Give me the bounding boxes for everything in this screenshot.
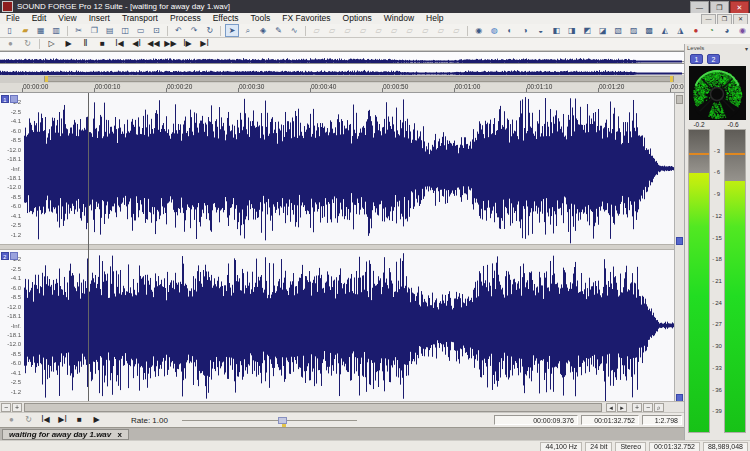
zoom-out-time-button[interactable]: − bbox=[643, 403, 653, 412]
zoom-tool-button[interactable]: ⌕ bbox=[654, 403, 664, 412]
go-to-end-icon[interactable]: ▶Ⅰ bbox=[55, 414, 70, 427]
panel-collapse-icon[interactable]: ▾ bbox=[745, 45, 748, 52]
cursor-position-display[interactable]: 00:00:09.376 bbox=[494, 415, 578, 425]
scroll-left-button[interactable]: ◂ bbox=[606, 403, 616, 412]
loop-playback-icon[interactable]: ↻ bbox=[21, 414, 36, 427]
channel-1-toggle[interactable] bbox=[10, 95, 18, 103]
view-layout-2-icon[interactable]: ◉ bbox=[736, 24, 750, 37]
record-remote-icon[interactable]: ● bbox=[689, 24, 703, 37]
undo-icon[interactable]: ↶ bbox=[172, 24, 186, 37]
undo-history-icon[interactable]: ◩ bbox=[581, 24, 595, 37]
copy-icon[interactable]: ❐ bbox=[87, 24, 101, 37]
channel-2-badge[interactable]: 2 bbox=[1, 252, 9, 260]
paste-icon[interactable]: ▤ bbox=[103, 24, 117, 37]
time-display-icon[interactable]: ▨ bbox=[627, 24, 641, 37]
channel-2-toggle[interactable] bbox=[10, 252, 18, 260]
peak-meter-right[interactable] bbox=[724, 129, 746, 433]
spectrum-analysis-icon[interactable]: ◐ bbox=[503, 24, 517, 37]
menu-process[interactable]: Process bbox=[164, 13, 207, 24]
play-all-icon[interactable]: ▷ bbox=[44, 38, 59, 51]
file-tab[interactable]: waiting for away day 1.wav x bbox=[2, 429, 129, 440]
go-to-end-icon[interactable]: ▶Ⅰ bbox=[197, 38, 212, 51]
script-editor-icon[interactable]: ◮ bbox=[674, 24, 688, 37]
menu-edit[interactable]: Edit bbox=[26, 13, 53, 24]
view-layout-1-icon[interactable]: ◕ bbox=[720, 24, 734, 37]
menu-file[interactable]: File bbox=[0, 13, 26, 24]
redo-icon[interactable]: ↷ bbox=[187, 24, 201, 37]
regions-list-icon[interactable]: ◧ bbox=[549, 24, 563, 37]
save-as-icon[interactable]: ▥ bbox=[50, 24, 64, 37]
menu-view[interactable]: View bbox=[52, 13, 82, 24]
mix-icon[interactable]: ◫ bbox=[119, 24, 133, 37]
overview-bar-thumb[interactable] bbox=[44, 76, 674, 82]
meter-channel-1-button[interactable]: 1 bbox=[690, 54, 703, 64]
zoom-out-button[interactable]: − bbox=[1, 403, 11, 412]
plugin-manager-icon[interactable]: ◭ bbox=[658, 24, 672, 37]
time-ruler[interactable]: 00:00:0000:00:1000:00:2000:00:3000:00:40… bbox=[0, 83, 684, 93]
playback-cursor[interactable] bbox=[88, 93, 89, 401]
meter-channel-2-button[interactable]: 2 bbox=[707, 54, 720, 64]
pencil-tool-icon[interactable]: ✎ bbox=[272, 24, 286, 37]
repeat-icon[interactable]: ↻ bbox=[203, 24, 217, 37]
menu-insert[interactable]: Insert bbox=[83, 13, 116, 24]
rate-slider[interactable] bbox=[182, 416, 357, 425]
cut-icon[interactable]: ✂ bbox=[72, 24, 86, 37]
envelope-tool-icon[interactable]: ∿ bbox=[287, 24, 301, 37]
horizontal-scrollbar-thumb[interactable] bbox=[24, 403, 602, 412]
selection-length-display[interactable]: 1:2.798 bbox=[642, 415, 682, 425]
menu-help[interactable]: Help bbox=[420, 13, 449, 24]
go-to-start-icon[interactable]: Ⅰ◀ bbox=[38, 414, 53, 427]
save-icon[interactable]: ▦ bbox=[34, 24, 48, 37]
loop-playback-icon[interactable]: ↻ bbox=[20, 38, 35, 51]
overview-bar[interactable] bbox=[0, 75, 684, 83]
record-icon[interactable]: ● bbox=[4, 414, 19, 427]
menu-options[interactable]: Options bbox=[337, 13, 378, 24]
edit-tool-icon[interactable]: ➤ bbox=[225, 24, 239, 37]
menu-fx-favorites[interactable]: FX Favorites bbox=[276, 13, 336, 24]
vertical-scrollbar[interactable] bbox=[674, 93, 684, 401]
play-icon[interactable]: ▶ bbox=[61, 38, 76, 51]
rewind-icon[interactable]: ◀◀ bbox=[146, 38, 161, 51]
waveform-channel-2[interactable]: -1.2-2.5-4.1-6.0-8.5-12.0-18.1-Inf.-18.1… bbox=[0, 250, 674, 401]
magnify-tool-icon[interactable]: ⌕ bbox=[241, 24, 255, 37]
workspace-icon[interactable]: ◔ bbox=[705, 24, 719, 37]
overview-waveform-left[interactable] bbox=[0, 51, 684, 62]
overview-waveform-right[interactable] bbox=[0, 63, 684, 74]
trim-icon[interactable]: ▭ bbox=[134, 24, 148, 37]
pause-icon[interactable]: Ⅱ bbox=[78, 38, 93, 51]
menu-transport[interactable]: Transport bbox=[116, 13, 164, 24]
peak-meter-left[interactable] bbox=[688, 129, 710, 433]
open-file-icon[interactable]: ▰ bbox=[19, 24, 33, 37]
waveform-channel-1[interactable]: -1.2-2.5-4.1-6.0-8.5-12.0-18.1-Inf.-18.1… bbox=[0, 93, 674, 244]
next-icon[interactable]: Ⅰ▶ bbox=[180, 38, 195, 51]
zoom-in-button[interactable]: + bbox=[12, 403, 22, 412]
scroll-right-button[interactable]: ▸ bbox=[617, 403, 627, 412]
go-to-start-icon[interactable]: Ⅰ◀ bbox=[112, 38, 127, 51]
new-file-icon[interactable]: ▯ bbox=[3, 24, 17, 37]
keyboard-icon[interactable]: ▧ bbox=[612, 24, 626, 37]
channel-1-badge[interactable]: 1 bbox=[1, 95, 9, 103]
menu-window[interactable]: Window bbox=[378, 13, 420, 24]
explorer-icon[interactable]: ◪ bbox=[596, 24, 610, 37]
video-preview-icon[interactable]: ▩ bbox=[643, 24, 657, 37]
selection-end-display[interactable]: 00:01:32.752 bbox=[581, 415, 639, 425]
rate-slider-thumb[interactable] bbox=[278, 417, 287, 424]
tab-close-icon[interactable]: x bbox=[118, 430, 122, 439]
markers-list-icon[interactable]: ◒ bbox=[534, 24, 548, 37]
menu-tools[interactable]: Tools bbox=[245, 13, 277, 24]
record-icon[interactable]: ● bbox=[3, 38, 18, 51]
statistics-icon[interactable]: ◑ bbox=[518, 24, 532, 37]
menu-effects[interactable]: Effects bbox=[207, 13, 245, 24]
forward-icon[interactable]: ▶▶ bbox=[163, 38, 178, 51]
plugin-chainer-icon[interactable]: ◉ bbox=[472, 24, 486, 37]
playlist-icon[interactable]: ◨ bbox=[565, 24, 579, 37]
vertical-scrollbar-thumb[interactable] bbox=[676, 95, 683, 104]
crop-icon[interactable]: ⊡ bbox=[150, 24, 164, 37]
channel-1-center-handle[interactable] bbox=[676, 237, 683, 245]
zoom-in-time-button[interactable]: + bbox=[632, 403, 642, 412]
stop-icon[interactable]: ■ bbox=[95, 38, 110, 51]
stop-icon[interactable]: ■ bbox=[72, 414, 87, 427]
play-icon[interactable]: ▶ bbox=[89, 414, 104, 427]
event-tool-icon[interactable]: ◈ bbox=[256, 24, 270, 37]
previous-icon[interactable]: ◀Ⅰ bbox=[129, 38, 144, 51]
